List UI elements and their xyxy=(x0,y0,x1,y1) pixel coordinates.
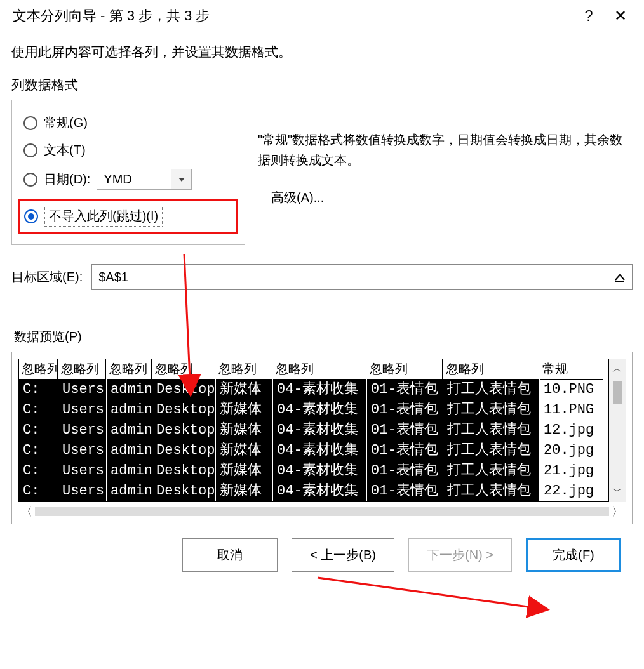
preview-frame: 忽略列C:C:C:C:C:C:忽略列UsersUsersUsersUsersUs… xyxy=(11,352,633,524)
preview-cell: Users xyxy=(58,461,106,481)
preview-cell: 11.PNG xyxy=(540,400,603,420)
date-format-select[interactable]: YMD xyxy=(97,169,192,190)
format-radio-panel: 常规(G) 文本(T) 日期(D): YMD 不导入此列(跳过)( xyxy=(11,100,245,245)
preview-cell: 04-素材收集 xyxy=(273,440,366,461)
scroll-left-icon[interactable]: 〈 xyxy=(18,504,35,519)
preview-label: 数据预览(P) xyxy=(14,328,633,345)
column-header: 忽略列 xyxy=(273,359,366,380)
preview-cell: 新媒体 xyxy=(216,420,272,440)
column-header: 忽略列 xyxy=(367,359,443,380)
preview-column[interactable]: 忽略列打工人表情包打工人表情包打工人表情包打工人表情包打工人表情包打工人表情包 xyxy=(443,359,540,501)
preview-cell: admin xyxy=(107,380,152,400)
instruction-text: 使用此屏内容可选择各列，并设置其数据格式。 xyxy=(11,43,633,61)
preview-cell: 01-表情包 xyxy=(367,440,443,461)
preview-cell: 01-表情包 xyxy=(367,481,443,501)
preview-grid[interactable]: 忽略列C:C:C:C:C:C:忽略列UsersUsersUsersUsersUs… xyxy=(18,359,609,502)
radio-icon xyxy=(23,116,37,130)
preview-cell: admin xyxy=(107,461,152,481)
preview-cell: C: xyxy=(19,461,58,481)
radio-text[interactable]: 文本(T) xyxy=(21,136,236,164)
radio-skip[interactable]: 不导入此列(跳过)(I) xyxy=(18,199,238,234)
preview-cell: 打工人表情包 xyxy=(443,440,539,461)
destination-input[interactable]: $A$1 xyxy=(91,264,633,290)
preview-cell: Desktop xyxy=(152,380,215,400)
preview-cell: Desktop xyxy=(152,420,215,440)
preview-column[interactable]: 忽略列01-表情包01-表情包01-表情包01-表情包01-表情包01-表情包 xyxy=(367,359,443,501)
preview-cell: admin xyxy=(107,420,152,440)
preview-column[interactable]: 忽略列UsersUsersUsersUsersUsersUsers xyxy=(58,359,107,501)
radio-date[interactable]: 日期(D): YMD xyxy=(21,164,236,195)
preview-vertical-scrollbar[interactable]: ︿ ﹀ xyxy=(609,359,626,502)
preview-cell: Desktop xyxy=(152,440,215,461)
preview-cell: 21.jpg xyxy=(540,461,603,481)
cancel-button[interactable]: 取消 xyxy=(182,538,278,572)
preview-column[interactable]: 忽略列新媒体新媒体新媒体新媒体新媒体新媒体 xyxy=(216,359,273,501)
back-button[interactable]: < 上一步(B) xyxy=(292,538,394,572)
preview-cell: 01-表情包 xyxy=(367,380,443,400)
range-picker-icon[interactable] xyxy=(607,265,632,289)
preview-column[interactable]: 常规10.PNG11.PNG12.jpg20.jpg21.jpg22.jpg xyxy=(540,359,603,501)
preview-cell: 01-表情包 xyxy=(367,420,443,440)
preview-cell: 打工人表情包 xyxy=(443,400,539,420)
column-header: 忽略列 xyxy=(19,359,58,380)
preview-cell: Users xyxy=(58,380,106,400)
preview-cell: 10.PNG xyxy=(540,380,603,400)
preview-cell: admin xyxy=(107,481,152,501)
preview-cell: 打工人表情包 xyxy=(443,481,539,501)
preview-cell: Desktop xyxy=(152,400,215,420)
preview-cell: 新媒体 xyxy=(216,461,272,481)
preview-cell: C: xyxy=(19,380,58,400)
preview-cell: 04-素材收集 xyxy=(273,420,366,440)
preview-horizontal-scrollbar[interactable]: 〈 〉 xyxy=(18,503,626,520)
radio-skip-label: 不导入此列(跳过)(I) xyxy=(44,206,163,227)
preview-cell: 新媒体 xyxy=(216,400,272,420)
preview-column[interactable]: 忽略列04-素材收集04-素材收集04-素材收集04-素材收集04-素材收集04… xyxy=(273,359,367,501)
advanced-button[interactable]: 高级(A)... xyxy=(258,182,337,213)
window-title: 文本分列向导 - 第 3 步，共 3 步 xyxy=(13,6,573,25)
preview-column[interactable]: 忽略列DesktopDesktopDesktopDesktopDesktopDe… xyxy=(152,359,216,501)
destination-value: $A$1 xyxy=(98,270,128,284)
column-header: 常规 xyxy=(540,359,603,380)
preview-cell: C: xyxy=(19,440,58,461)
preview-cell: 04-素材收集 xyxy=(273,481,366,501)
destination-label: 目标区域(E): xyxy=(11,268,83,286)
radio-icon xyxy=(23,143,37,157)
column-header: 忽略列 xyxy=(58,359,106,380)
close-button[interactable]: ✕ xyxy=(605,7,636,25)
date-format-value: YMD xyxy=(104,172,131,187)
preview-cell: 04-素材收集 xyxy=(273,380,366,400)
format-description: "常规"数据格式将数值转换成数字，日期值会转换成日期，其余数据则转换成文本。 xyxy=(258,129,633,170)
preview-cell: admin xyxy=(107,440,152,461)
scroll-up-icon[interactable]: ︿ xyxy=(612,362,622,376)
preview-cell: 新媒体 xyxy=(216,440,272,461)
chevron-down-icon[interactable] xyxy=(171,169,191,189)
radio-date-label: 日期(D): xyxy=(44,171,90,188)
preview-column[interactable]: 忽略列C:C:C:C:C:C: xyxy=(19,359,58,501)
scroll-track[interactable] xyxy=(35,507,609,516)
radio-general[interactable]: 常规(G) xyxy=(21,109,236,136)
scroll-thumb[interactable] xyxy=(613,381,622,404)
preview-cell: C: xyxy=(19,481,58,501)
finish-button[interactable]: 完成(F) xyxy=(526,538,621,572)
scroll-down-icon[interactable]: ﹀ xyxy=(612,485,622,498)
preview-cell: 新媒体 xyxy=(216,481,272,501)
preview-cell: Users xyxy=(58,481,106,501)
help-button[interactable]: ? xyxy=(573,7,605,25)
preview-cell: 22.jpg xyxy=(540,481,603,501)
scroll-right-icon[interactable]: 〉 xyxy=(609,504,626,519)
preview-cell: 01-表情包 xyxy=(367,461,443,481)
preview-column[interactable]: 忽略列adminadminadminadminadminadmin xyxy=(107,359,152,501)
preview-cell: Users xyxy=(58,400,106,420)
preview-cell: Desktop xyxy=(152,481,215,501)
next-button: 下一步(N) > xyxy=(408,538,512,572)
preview-cell: 01-表情包 xyxy=(367,400,443,420)
column-header: 忽略列 xyxy=(152,359,215,380)
preview-cell: 打工人表情包 xyxy=(443,461,539,481)
radio-icon xyxy=(23,173,37,187)
preview-cell: 04-素材收集 xyxy=(273,400,366,420)
preview-cell: 打工人表情包 xyxy=(443,420,539,440)
preview-cell: 20.jpg xyxy=(540,440,603,461)
column-header: 忽略列 xyxy=(216,359,272,380)
column-header: 忽略列 xyxy=(107,359,152,380)
preview-cell: 打工人表情包 xyxy=(443,380,539,400)
